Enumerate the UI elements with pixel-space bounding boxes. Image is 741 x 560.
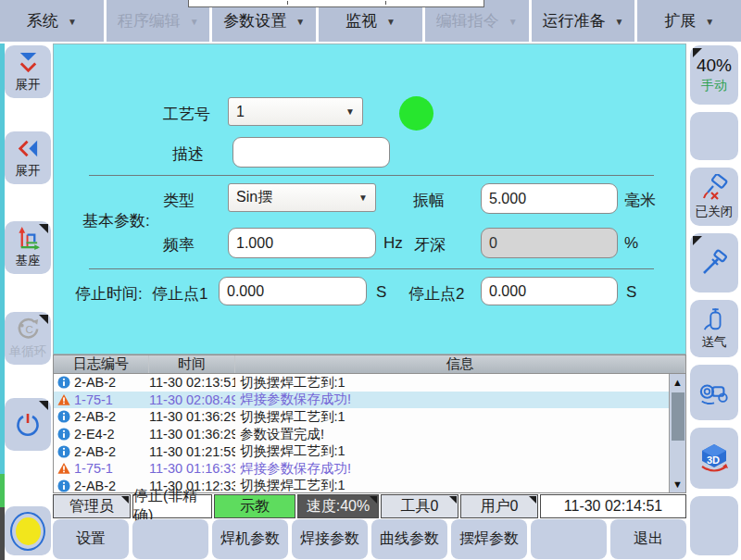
amplitude-input[interactable] [481,183,618,214]
left-edge-strip [0,44,5,560]
single-cycle-label: 单循环 [9,343,47,360]
menu-item-label: 系统 [27,10,58,31]
description-input[interactable] [232,137,390,168]
chevron-down-icon: ▼ [190,15,199,27]
empty-button-2[interactable] [531,519,607,559]
servo-status-button[interactable] [5,506,51,555]
log-time: 11-30 02:08:49 [149,392,235,407]
log-row[interactable]: 1-75-111-30 02:08:49焊接参数保存成功! [54,392,670,409]
menu-extension[interactable]: 扩展▼ [637,0,741,42]
stop1-input[interactable] [219,277,367,305]
freq-input[interactable] [228,228,376,258]
speed-mode-button[interactable]: 40% 手动 [690,45,738,105]
teach-mode-badge: 示教 [214,494,295,518]
expand-down-button[interactable]: 展开 [5,45,51,98]
curve-params-button[interactable]: 曲线参数 [371,519,447,559]
depth-label: 牙深 [414,234,446,255]
log-message: 切换摆焊工艺到:1 [235,477,670,492]
log-row[interactable]: 2-AB-211-30 01:36:29切换摆焊工艺到:1 [54,408,670,426]
weave-type-select[interactable]: Sin摆 ▼ [228,183,376,212]
gas-feed-label: 送气 [702,334,727,351]
log-message: 焊接参数保存成功! [235,460,670,478]
stop-section-label: 停止时间: [75,283,143,305]
chevron-down-icon: ▼ [509,15,518,27]
weave-params-button[interactable]: 摆焊参数 [451,519,527,559]
power-icon [14,411,42,439]
view-3d-button[interactable]: 3D [690,428,738,489]
scrollbar-thumb[interactable] [672,392,684,441]
log-row[interactable]: 2-E4-211-30 01:36:29参数设置完成! [54,426,670,443]
bottom-button-bar: 设置焊机参数焊接参数曲线参数摆焊参数退出 [53,519,686,559]
chevron-down-icon: ▼ [295,15,305,27]
user-role-badge[interactable]: 管理员 [53,494,131,518]
welder-params-button[interactable]: 焊机参数 [212,519,288,559]
amplitude-label: 振幅 [413,190,445,211]
log-id: 2-AB-2 [74,479,116,492]
menu-item-label: 程序编辑 [118,10,181,31]
stop1-unit: S [376,283,386,302]
info-icon [57,410,70,423]
exit-button[interactable]: 退出 [610,519,686,559]
info-icon [57,445,70,458]
log-id: 1-75-1 [74,461,113,476]
log-id: 2-AB-2 [74,409,116,424]
depth-unit: % [624,234,638,253]
log-id: 2-AB-2 [74,444,116,459]
speed-percent-label: 40% [697,56,732,76]
description-label: 描述 [172,143,204,165]
log-table-body: 2-AB-211-30 02:13:51切换摆焊工艺到:1 1-75-111-3… [54,374,670,492]
tool-badge[interactable]: 工具0 [381,494,458,518]
empty-right-button-1[interactable] [690,112,738,160]
clock-display: 11-30 02:14:51 [540,494,686,518]
chevron-down-icon: ▼ [705,15,714,27]
single-cycle-button[interactable]: C 单循环 [5,312,51,365]
cube-3d-icon: 3D [697,442,731,475]
log-message: 切换摆焊工艺到:1 [235,374,670,392]
scroll-down-icon[interactable]: ▼ [672,476,683,492]
log-id: 2-AB-2 [74,375,116,390]
expand-left-button[interactable]: 展开 [5,131,51,184]
manual-mode-label: 手动 [701,78,727,94]
process-no-select[interactable]: 1 ▼ [228,97,363,126]
log-time: 11-30 01:16:33 [149,461,235,476]
speed-badge[interactable]: 速度:40% [297,494,379,518]
main-content: 工艺号 1 ▼ 描述 类型 Sin摆 ▼ 振幅 毫米 基本参数: 频率 Hz 牙… [53,42,688,560]
empty-right-button-2[interactable] [690,496,738,555]
stop2-input[interactable] [481,277,618,305]
log-time: 11-30 01:21:59 [149,444,235,459]
menu-item-label: 监视 [345,10,377,31]
expand-down-label: 展开 [16,77,41,93]
empty-button-1[interactable] [132,519,208,559]
servo-status-icon [10,512,45,551]
menu-item-label: 扩展 [664,10,696,31]
weave-type-value: Sin摆 [236,188,272,207]
user-frame-badge[interactable]: 用户0 [460,494,538,518]
warning-icon [57,462,70,475]
log-row[interactable]: 1-75-111-30 01:16:33焊接参数保存成功! [54,460,670,478]
log-row[interactable]: 2-AB-211-30 02:13:51切换摆焊工艺到:1 [54,374,670,392]
base-frame-button[interactable]: 基座 [5,221,51,274]
torch-button[interactable] [690,233,738,292]
robot-jog-button[interactable] [690,365,738,420]
servo-power-button[interactable] [5,398,51,451]
chevron-down-icon: ▼ [615,15,624,27]
app-window: 系统▼程序编辑▼参数设置▼监视▼编辑指令▼运行准备▼扩展▼ 展开 展开 [0,0,741,560]
status-bar: 管理员 停止(非精确) 示教 速度:40% 工具0 用户0 11-30 02:1… [53,494,686,518]
scroll-up-icon[interactable]: ▲ [672,374,683,391]
log-id: 1-75-1 [74,392,113,407]
log-table-header: 日志编号 时间 信息 [54,355,685,374]
menu-system[interactable]: 系统▼ [0,0,104,42]
divider [89,268,654,269]
log-col-msg: 信息 [235,355,685,373]
torch-closed-button[interactable]: 已关闭 [690,168,738,226]
settings-button[interactable]: 设置 [53,519,129,559]
process-no-label: 工艺号 [163,104,210,125]
gas-feed-button[interactable]: 送气 [690,300,738,357]
log-row[interactable]: 2-AB-211-30 01:21:59切换摆焊工艺到:1 [54,442,670,460]
chevron-down-icon: ▼ [345,106,355,117]
menu-run-prep[interactable]: 运行准备▼ [532,0,635,42]
log-id: 2-E4-2 [74,427,115,442]
log-scrollbar[interactable]: ▲ ▼ [669,374,685,492]
welding-params-button[interactable]: 焊接参数 [292,519,368,559]
info-icon [57,428,70,441]
